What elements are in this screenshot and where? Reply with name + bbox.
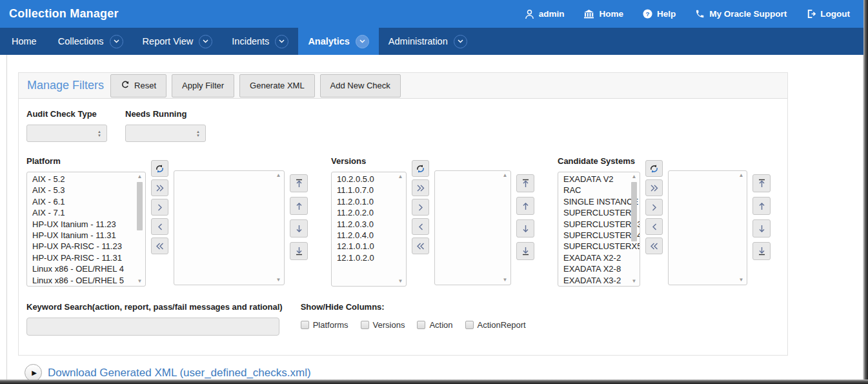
platform-option[interactable]: AIX - 5.2 [32, 174, 135, 185]
move-left-button[interactable] [151, 218, 168, 235]
move-to-bottom-button[interactable] [290, 242, 308, 260]
candidate-system-option[interactable]: SUPERCLUSTERX4-2 [563, 230, 629, 241]
scrollbar[interactable]: ▲ ▼ [501, 172, 509, 283]
scroll-up-icon[interactable]: ▲ [274, 172, 283, 179]
candidate-systems-available-list[interactable]: EXADATA V2RACSINGLE INSTANCESUPERCLUSTER… [558, 172, 640, 287]
move-up-button[interactable] [290, 197, 308, 215]
scrollbar[interactable]: ▲ ▼ [136, 174, 144, 285]
refresh-button[interactable] [645, 160, 663, 177]
version-option[interactable]: 11.2.0.3.0 [337, 219, 396, 230]
add-new-check-button[interactable]: Add New Check [320, 74, 401, 97]
platform-option[interactable]: AIX - 7.1 [32, 207, 135, 218]
move-all-right-button[interactable] [645, 179, 663, 196]
nav-item-report-view[interactable]: Report View [133, 28, 223, 55]
needs-running-select[interactable]: ▲▼ [125, 125, 206, 142]
platform-option[interactable]: HP-UX Itanium - 11.23 [32, 219, 135, 230]
move-all-right-button[interactable] [412, 179, 429, 196]
scroll-down-icon[interactable]: ▼ [501, 277, 509, 283]
candidate-system-option[interactable]: EXADATA X2-8 [563, 263, 629, 274]
refresh-button[interactable] [151, 160, 168, 177]
platform-option[interactable]: HP-UX Itanium - 11.31 [32, 230, 135, 241]
refresh-button[interactable] [412, 160, 429, 177]
select-spinner-icon[interactable]: ▲▼ [92, 125, 106, 141]
candidate-system-option[interactable]: SINGLE INSTANCE [563, 196, 629, 207]
scroll-up-icon[interactable]: ▲ [396, 174, 405, 180]
candidate-system-option[interactable]: EXADATA X2-2 [563, 252, 629, 263]
reset-button[interactable]: Reset [110, 74, 167, 97]
checkbox-icon[interactable] [361, 321, 369, 329]
chevron-down-icon[interactable] [275, 35, 288, 48]
scrollbar[interactable]: ▲ ▼ [396, 174, 405, 285]
move-to-top-button[interactable] [290, 174, 308, 192]
platform-option[interactable]: HP-UX PA-RISC - 11.31 [32, 252, 135, 263]
scroll-down-icon[interactable]: ▼ [630, 278, 638, 285]
move-to-top-button[interactable] [516, 174, 534, 192]
scroll-down-icon[interactable]: ▼ [737, 277, 745, 283]
checkbox-icon[interactable] [301, 321, 309, 329]
nav-item-analytics[interactable]: Analytics [298, 28, 378, 55]
actionreport-checkbox[interactable]: ActionReport [465, 320, 526, 330]
apply-filter-button[interactable]: Apply Filter [172, 74, 234, 97]
move-left-button[interactable] [645, 218, 663, 235]
home-link[interactable]: Home [583, 9, 623, 19]
move-all-left-button[interactable] [151, 237, 168, 254]
move-all-left-button[interactable] [412, 237, 429, 254]
platform-option[interactable]: Linux x86 - OEL/RHEL 5 [32, 275, 135, 286]
chevron-down-icon[interactable] [110, 35, 123, 48]
checkbox-icon[interactable] [417, 321, 425, 329]
scroll-up-icon[interactable]: ▲ [501, 172, 509, 179]
scrollbar-thumb[interactable] [137, 182, 143, 230]
candidate-system-option[interactable]: RAC [563, 185, 629, 196]
generate-xml-button[interactable]: Generate XML [239, 74, 315, 97]
move-to-bottom-button[interactable] [516, 242, 534, 260]
scroll-down-icon[interactable]: ▼ [136, 278, 144, 285]
platform-option[interactable]: Linux x86 - OEL/RHEL 4 [32, 263, 135, 274]
candidate-system-option[interactable]: SUPERCLUSTERX5-2 [563, 241, 629, 252]
scroll-down-icon[interactable]: ▼ [274, 277, 283, 283]
candidate-system-option[interactable]: EXADATA V2 [563, 174, 629, 185]
scroll-up-icon[interactable]: ▲ [136, 174, 144, 180]
scroll-up-icon[interactable]: ▲ [630, 174, 638, 180]
my-oracle-support-link[interactable]: My Oracle Support [695, 9, 787, 19]
nav-item-administration[interactable]: Administration [379, 28, 477, 55]
version-option[interactable]: 11.1.0.7.0 [337, 185, 396, 196]
version-option[interactable]: 11.2.0.2.0 [337, 207, 396, 218]
version-option[interactable]: 11.2.0.1.0 [337, 196, 396, 207]
platform-selected-list[interactable]: ▲ ▼ [174, 170, 285, 285]
nav-item-incidents[interactable]: Incidents [222, 28, 298, 55]
move-down-button[interactable] [290, 219, 308, 237]
move-right-button[interactable] [412, 199, 429, 216]
versions-checkbox[interactable]: Versions [361, 320, 405, 330]
scrollbar-thumb[interactable] [631, 182, 637, 241]
scrollbar[interactable]: ▲ ▼ [630, 174, 638, 285]
audit-check-type-select[interactable]: ▲▼ [26, 125, 107, 142]
move-to-bottom-button[interactable] [752, 242, 771, 260]
version-option[interactable]: 11.2.0.4.0 [337, 230, 396, 241]
platform-option[interactable]: HP-UX PA-RISC - 11.23 [32, 241, 135, 252]
candidate-system-option[interactable]: EXADATA X3-2 [563, 275, 629, 286]
chevron-down-icon[interactable] [356, 35, 369, 48]
move-to-top-button[interactable] [752, 174, 771, 192]
versions-available-list[interactable]: 10.2.0.5.011.1.0.7.011.2.0.1.011.2.0.2.0… [331, 172, 407, 287]
move-up-button[interactable] [752, 197, 771, 215]
move-all-left-button[interactable] [645, 237, 663, 254]
move-down-button[interactable] [752, 219, 771, 237]
move-down-button[interactable] [516, 219, 534, 237]
version-option[interactable]: 10.2.0.5.0 [337, 174, 396, 185]
move-up-button[interactable] [516, 197, 534, 215]
version-option[interactable]: 12.1.0.2.0 [337, 252, 396, 263]
scrollbar[interactable]: ▲ ▼ [274, 172, 283, 283]
select-spinner-icon[interactable]: ▲▼ [191, 125, 205, 141]
platforms-checkbox[interactable]: Platforms [301, 320, 348, 330]
scroll-up-icon[interactable]: ▲ [737, 172, 745, 179]
chevron-down-icon[interactable] [454, 35, 467, 48]
keyword-search-input[interactable] [26, 318, 279, 336]
platform-option[interactable]: AIX - 5.3 [32, 185, 135, 196]
platform-option[interactable]: AIX - 6.1 [32, 196, 135, 207]
user-menu[interactable]: admin [525, 9, 565, 19]
download-generated-xml-link[interactable]: Download Generated XML (user_defined_che… [48, 367, 311, 379]
candidate-system-option[interactable]: SUPERCLUSTER [563, 207, 629, 218]
versions-selected-list[interactable]: ▲ ▼ [434, 170, 511, 285]
scrollbar[interactable]: ▲ ▼ [737, 172, 745, 283]
candidate-systems-selected-list[interactable]: ▲ ▼ [668, 170, 747, 285]
